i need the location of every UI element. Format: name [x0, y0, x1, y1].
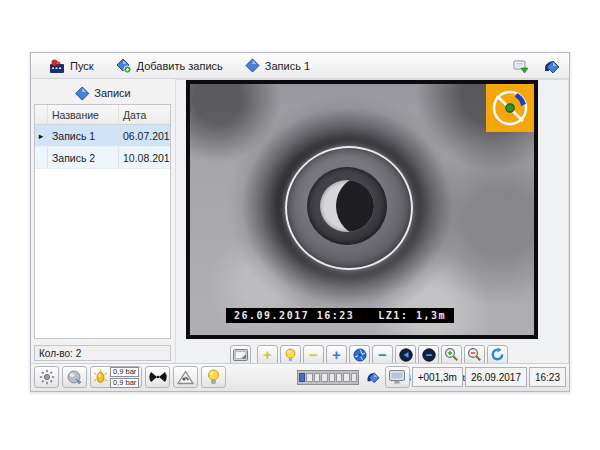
date-readout: 26.09.2017: [465, 367, 527, 387]
bulb-button[interactable]: [201, 366, 226, 388]
records-count-label: Кол-во: 2: [39, 348, 81, 359]
diamond-icon: [74, 86, 89, 101]
rotate-left-button[interactable]: [395, 345, 416, 365]
monitor-icon: [388, 369, 406, 385]
osd-distance: LZ1: 1,3m: [378, 310, 446, 321]
records-header-button[interactable]: Записи: [64, 83, 141, 103]
records-sidebar: Записи Название Дата Запись 1 06.07.2017…: [34, 81, 171, 363]
row-selector-marker: [35, 125, 48, 146]
zoom-out-icon: [467, 347, 482, 362]
records-header-label: Записи: [94, 87, 131, 99]
circle-dash-icon: [422, 348, 436, 362]
record-name-cell: Запись 1: [48, 125, 119, 146]
video-diamond-icon: [542, 58, 560, 74]
brightness-button[interactable]: [34, 366, 59, 388]
reset-view-button[interactable]: [487, 345, 508, 365]
plus-blue-icon: +: [332, 347, 341, 362]
snapshot-button[interactable]: [230, 345, 251, 365]
zoom-out-button[interactable]: [464, 345, 485, 365]
minus-yellow-icon: −: [309, 347, 318, 362]
app-logo-icon: [49, 58, 65, 74]
minus-blue-icon: −: [378, 347, 387, 362]
zoom-in-icon: [444, 347, 459, 362]
aperture-icon: [353, 348, 367, 362]
record-name-cell: Запись 2: [48, 147, 119, 168]
records-table: Название Дата Запись 1 06.07.2017 Запись…: [34, 104, 171, 339]
zoom-in-button[interactable]: [441, 345, 462, 365]
sonde-lamp-icon: [93, 369, 108, 386]
video-osd-overlay: 26.09.2017 16:23 LZ1: 1,3m: [226, 308, 454, 323]
video-frame: 26.09.2017 16:23 LZ1: 1,3m: [186, 80, 538, 339]
top-toolbar-right: [509, 56, 563, 76]
record-date-cell: 06.07.2017: [119, 125, 170, 146]
diamond-icon: [245, 58, 260, 73]
status-left-group: 0,9 bar 0,9 bar: [34, 366, 226, 388]
time-readout: 16:23: [529, 367, 566, 387]
diamond-add-icon: [116, 58, 132, 74]
distance-readout: +001,3m: [412, 367, 463, 387]
camera-head-button[interactable]: [62, 366, 87, 388]
screen: Пуск Добавить запись: [0, 0, 600, 450]
row-selector-gutter: [35, 147, 48, 168]
top-toolbar: Пуск Добавить запись: [31, 53, 569, 79]
add-record-button-label: Добавить запись: [137, 60, 223, 72]
pressure-bottom-value: 0,9 bar: [110, 378, 139, 388]
light-decrease-button[interactable]: −: [303, 345, 324, 365]
add-record-button[interactable]: Добавить запись: [110, 56, 229, 76]
camera-head-icon: [66, 369, 83, 385]
osd-datetime: 26.09.2017 16:23: [234, 310, 354, 321]
iris-decrease-button[interactable]: −: [372, 345, 393, 365]
table-row[interactable]: Запись 2 10.08.2017: [35, 147, 170, 169]
reset-view-icon: [490, 347, 505, 362]
status-right-group: +001,3m 26.09.2017 16:23: [385, 366, 566, 388]
pipe-hole: [320, 180, 374, 232]
pressure-readouts: 0,9 bar 0,9 bar: [110, 367, 139, 388]
bulb-icon: [207, 369, 220, 385]
export-icon: [512, 58, 530, 74]
start-button-label: Пуск: [70, 60, 94, 72]
record-date-cell: 10.08.2017: [119, 147, 170, 168]
pressure-top-value: 0,9 bar: [110, 367, 139, 377]
start-button[interactable]: Пуск: [43, 56, 100, 76]
record-1-button-label: Запись 1: [265, 60, 310, 72]
app-window: Пуск Добавить запись: [30, 52, 570, 392]
warning-button[interactable]: [173, 366, 198, 388]
light-increase-button[interactable]: +: [257, 345, 278, 365]
warning-icon: [177, 370, 194, 385]
aperture-button[interactable]: [349, 345, 370, 365]
export-button[interactable]: [509, 56, 533, 76]
plus-yellow-icon: +: [263, 347, 272, 362]
rotate-stop-button[interactable]: [418, 345, 439, 365]
locator-icon: [149, 370, 167, 384]
column-header-date[interactable]: Дата: [119, 105, 170, 124]
status-bar: 0,9 bar 0,9 bar: [31, 363, 569, 391]
row-selector-gutter: [35, 105, 48, 124]
iris-increase-button[interactable]: +: [326, 345, 347, 365]
circle-arrow-left-icon: [399, 348, 413, 362]
locator-button[interactable]: [145, 366, 170, 388]
lamp-icon: [284, 348, 297, 362]
records-count-bar: Кол-во: 2: [34, 345, 171, 361]
camera-toolbar: + − +: [230, 344, 508, 365]
table-row[interactable]: Запись 1 06.07.2017: [35, 125, 170, 147]
snapshot-icon: [233, 349, 248, 361]
record-1-button[interactable]: Запись 1: [239, 56, 316, 75]
camera-feed: 26.09.2017 16:23 LZ1: 1,3m: [190, 84, 534, 335]
brightness-icon: [39, 369, 55, 385]
monitor-button[interactable]: [385, 366, 410, 388]
orientation-badge-icon: [486, 84, 534, 132]
lamp-button[interactable]: [280, 345, 301, 365]
sonde-pressure-control[interactable]: 0,9 bar 0,9 bar: [90, 366, 142, 388]
column-header-name[interactable]: Название: [48, 105, 119, 124]
filmstrip-icon: [297, 370, 359, 385]
records-table-header: Название Дата: [35, 105, 170, 125]
video-record-button[interactable]: [539, 56, 563, 76]
diamond-icon: [365, 370, 380, 384]
